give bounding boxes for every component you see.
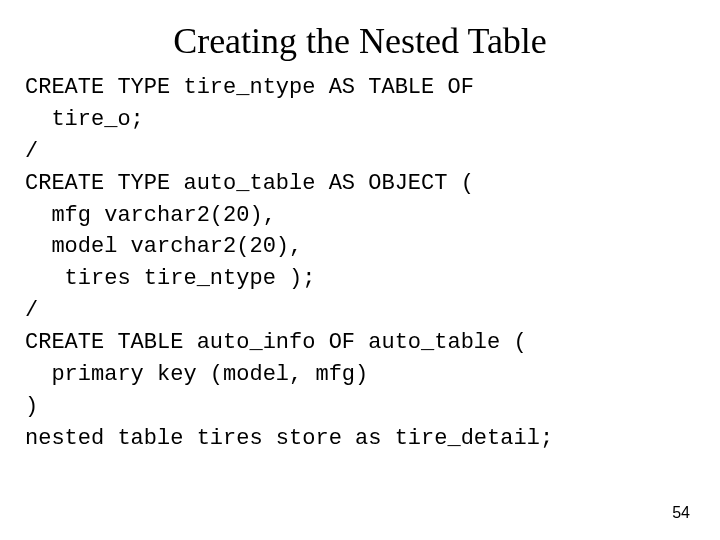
code-block: CREATE TYPE tire_ntype AS TABLE OF tire_… [25,72,695,455]
slide-title: Creating the Nested Table [25,20,695,62]
page-number: 54 [672,504,690,522]
